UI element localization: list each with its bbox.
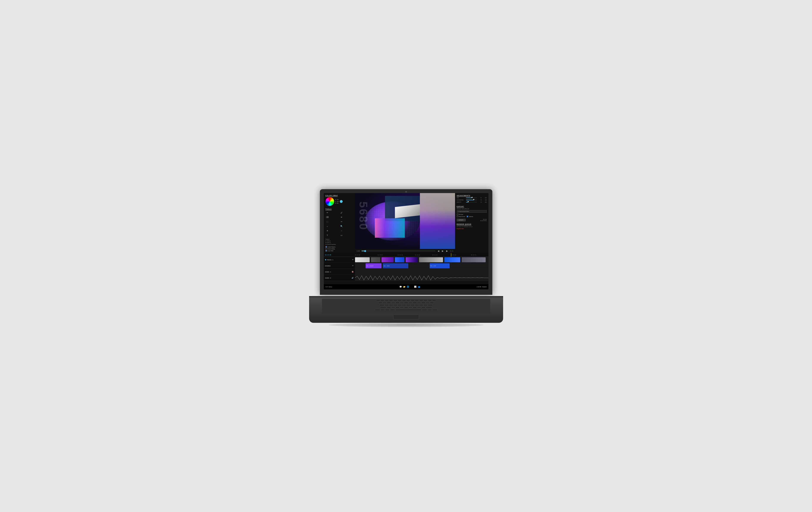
files-icon[interactable]: 📁 [403,285,406,288]
key-space[interactable] [396,309,422,311]
key[interactable] [417,302,421,304]
key[interactable] [406,300,410,301]
file-save-check[interactable] [457,214,458,215]
clip-blue2[interactable] [444,257,460,262]
key[interactable] [426,302,430,304]
key[interactable] [422,302,425,304]
teams-icon[interactable]: 👥 [418,285,420,288]
color-rgb-checkbox[interactable]: ✓ Color RGB [325,250,353,251]
keep-format-check[interactable] [457,216,458,217]
clip-blue[interactable] [395,257,404,262]
text-icon[interactable]: T [325,233,329,237]
chat-icon[interactable]: 💬 [400,285,402,288]
pencil-icon[interactable]: ✏ [325,211,329,215]
search-icon[interactable]: ⌕ [325,224,329,228]
key-ctrl[interactable] [375,309,380,311]
key[interactable] [411,304,414,306]
op-track[interactable] [466,202,477,202]
color-swatch[interactable] [340,200,343,203]
zoom-icon[interactable]: 🔍 [340,224,344,228]
key-shift-r[interactable] [426,307,432,308]
track-1-visibility-icon[interactable]: 👁 [352,259,354,261]
key[interactable] [402,304,406,306]
export-path[interactable]: C:/Volume/export/Video [457,210,487,213]
play-button[interactable]: ▶ [441,250,444,252]
clip-source-1[interactable]: REC - DG2000 [366,263,381,268]
sat-track[interactable] [466,200,477,200]
clip-sphere2[interactable] [406,257,418,262]
key[interactable] [391,307,395,308]
key[interactable] [430,302,434,304]
key[interactable] [404,307,408,308]
key[interactable] [396,307,400,308]
key[interactable] [398,304,402,306]
next-button[interactable]: ▶ [446,250,448,252]
key[interactable] [380,304,384,306]
key-menu[interactable] [428,309,432,311]
taskview-icon[interactable]: ⧉ [396,285,398,288]
key[interactable] [394,304,397,306]
select-icon[interactable]: ⬚ [325,220,329,224]
clip-sphere[interactable] [381,257,394,262]
key[interactable] [404,302,408,304]
brush-icon[interactable]: 🖊 [340,211,344,215]
audio-1-mute-icon[interactable]: 🔇 [352,271,354,273]
key[interactable] [428,304,433,306]
key[interactable] [389,304,393,306]
move-icon[interactable]: ↔ [340,229,344,233]
prev-button[interactable]: ◀ [437,250,440,252]
key[interactable] [400,302,404,304]
key[interactable] [387,307,391,308]
key[interactable] [419,300,423,301]
clip-white[interactable] [355,257,370,262]
key-ctrl-r[interactable] [432,309,437,311]
key[interactable] [396,302,400,304]
clip-dark[interactable] [371,257,380,262]
key[interactable] [400,307,404,308]
clip-source-2[interactable]: REC - AH33 [383,263,408,268]
clip-end[interactable] [462,257,486,262]
key[interactable] [376,300,380,301]
settings-icon[interactable]: ⚙ [410,285,413,288]
shape-icon[interactable]: ▭ [340,233,344,237]
key[interactable] [419,304,423,306]
export-button[interactable]: EXPORT> [457,219,466,221]
key[interactable] [380,300,384,301]
key[interactable] [408,307,412,308]
key[interactable] [413,307,417,308]
key[interactable] [389,300,393,301]
key[interactable] [415,304,419,306]
key-win[interactable] [385,309,389,311]
key[interactable] [422,307,425,308]
key[interactable] [432,300,436,301]
key-alt[interactable] [390,309,395,311]
key[interactable] [385,304,389,306]
key[interactable] [387,302,391,304]
search-taskbar-icon[interactable]: ⌕ [392,285,395,288]
eraser-icon[interactable]: ⌫ [325,215,329,219]
browser-icon[interactable]: 🌐 [407,285,409,288]
key-shift[interactable] [380,307,386,308]
key[interactable] [394,300,397,301]
touchpad[interactable] [393,314,419,319]
key[interactable] [398,300,402,301]
key[interactable] [424,300,428,301]
key[interactable] [411,300,414,301]
source-visibility-icon[interactable]: 👁 [352,265,354,267]
key[interactable] [378,302,382,304]
key-alt-r[interactable] [422,309,427,311]
key[interactable] [402,300,406,301]
optimize-check[interactable]: ✓ [467,216,468,217]
cut-icon[interactable]: ✕ [325,229,329,233]
key[interactable] [415,300,419,301]
key[interactable] [408,302,412,304]
key[interactable] [385,300,389,301]
key-fn[interactable] [380,309,385,311]
key[interactable] [424,304,428,306]
key[interactable] [417,307,421,308]
hue-track[interactable] [466,198,477,198]
audio-2-volume-icon[interactable]: 🔊 [352,277,354,279]
pen-icon[interactable]: ✒ [340,215,344,219]
clip-source-3[interactable]: REC - AH47 [430,263,450,268]
scissor-icon[interactable]: ✂ [340,220,344,224]
